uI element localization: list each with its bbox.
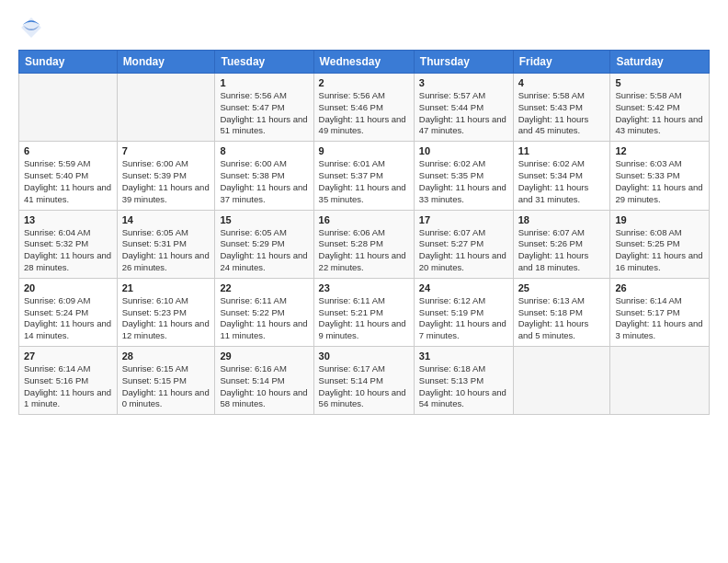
day-number: 27 xyxy=(24,350,112,362)
day-info: Sunrise: 6:13 AM Sunset: 5:18 PM Dayligh… xyxy=(518,295,606,342)
day-cell: 11Sunrise: 6:02 AM Sunset: 5:34 PM Dayli… xyxy=(513,142,610,210)
day-cell: 5Sunrise: 5:58 AM Sunset: 5:42 PM Daylig… xyxy=(610,74,710,142)
day-info: Sunrise: 5:56 AM Sunset: 5:47 PM Dayligh… xyxy=(220,90,308,137)
day-info: Sunrise: 6:14 AM Sunset: 5:16 PM Dayligh… xyxy=(24,363,112,410)
week-row-1: 1Sunrise: 5:56 AM Sunset: 5:47 PM Daylig… xyxy=(19,74,710,142)
day-info: Sunrise: 6:02 AM Sunset: 5:34 PM Dayligh… xyxy=(518,158,606,205)
day-cell: 19Sunrise: 6:08 AM Sunset: 5:25 PM Dayli… xyxy=(610,210,710,278)
day-cell: 14Sunrise: 6:05 AM Sunset: 5:31 PM Dayli… xyxy=(117,210,215,278)
day-info: Sunrise: 6:18 AM Sunset: 5:13 PM Dayligh… xyxy=(419,363,508,410)
day-info: Sunrise: 6:06 AM Sunset: 5:28 PM Dayligh… xyxy=(319,227,409,274)
day-info: Sunrise: 5:57 AM Sunset: 5:44 PM Dayligh… xyxy=(419,90,508,137)
day-cell: 22Sunrise: 6:11 AM Sunset: 5:22 PM Dayli… xyxy=(215,278,313,346)
day-number: 24 xyxy=(419,282,508,293)
week-row-2: 6Sunrise: 5:59 AM Sunset: 5:40 PM Daylig… xyxy=(19,142,710,210)
day-number: 23 xyxy=(319,282,409,293)
day-cell: 18Sunrise: 6:07 AM Sunset: 5:26 PM Dayli… xyxy=(513,210,610,278)
day-cell: 13Sunrise: 6:04 AM Sunset: 5:32 PM Dayli… xyxy=(19,210,118,278)
day-number: 15 xyxy=(220,214,308,225)
weekday-header-wednesday: Wednesday xyxy=(313,51,414,74)
day-cell: 26Sunrise: 6:14 AM Sunset: 5:17 PM Dayli… xyxy=(610,278,710,346)
day-number: 22 xyxy=(220,282,308,293)
day-info: Sunrise: 6:12 AM Sunset: 5:19 PM Dayligh… xyxy=(419,295,508,342)
logo xyxy=(18,15,48,40)
day-info: Sunrise: 6:00 AM Sunset: 5:38 PM Dayligh… xyxy=(220,158,308,205)
day-cell: 12Sunrise: 6:03 AM Sunset: 5:33 PM Dayli… xyxy=(610,142,710,210)
day-number: 30 xyxy=(319,350,409,362)
day-number: 7 xyxy=(122,145,210,156)
weekday-header-sunday: Sunday xyxy=(19,51,118,74)
day-number: 28 xyxy=(122,350,210,362)
week-row-5: 27Sunrise: 6:14 AM Sunset: 5:16 PM Dayli… xyxy=(19,347,710,415)
logo-icon xyxy=(18,15,44,40)
day-cell xyxy=(610,347,710,415)
header xyxy=(18,15,710,40)
day-cell: 29Sunrise: 6:16 AM Sunset: 5:14 PM Dayli… xyxy=(215,347,313,415)
day-cell: 6Sunrise: 5:59 AM Sunset: 5:40 PM Daylig… xyxy=(19,142,118,210)
day-cell: 8Sunrise: 6:00 AM Sunset: 5:38 PM Daylig… xyxy=(215,142,313,210)
day-number: 29 xyxy=(220,350,308,362)
weekday-header-row: SundayMondayTuesdayWednesdayThursdayFrid… xyxy=(19,51,710,74)
weekday-header-tuesday: Tuesday xyxy=(215,51,313,74)
day-number: 26 xyxy=(615,282,704,293)
day-cell xyxy=(19,74,118,142)
day-cell: 27Sunrise: 6:14 AM Sunset: 5:16 PM Dayli… xyxy=(19,347,118,415)
day-number: 19 xyxy=(615,214,704,225)
day-cell: 1Sunrise: 5:56 AM Sunset: 5:47 PM Daylig… xyxy=(215,74,313,142)
day-number: 8 xyxy=(220,145,308,156)
day-info: Sunrise: 6:00 AM Sunset: 5:39 PM Dayligh… xyxy=(122,158,210,205)
day-number: 4 xyxy=(518,77,606,88)
day-info: Sunrise: 6:16 AM Sunset: 5:14 PM Dayligh… xyxy=(220,363,308,410)
day-cell: 23Sunrise: 6:11 AM Sunset: 5:21 PM Dayli… xyxy=(313,278,414,346)
day-number: 6 xyxy=(24,145,112,156)
day-number: 18 xyxy=(518,214,606,225)
day-number: 25 xyxy=(518,282,606,293)
day-cell: 20Sunrise: 6:09 AM Sunset: 5:24 PM Dayli… xyxy=(19,278,118,346)
day-cell: 3Sunrise: 5:57 AM Sunset: 5:44 PM Daylig… xyxy=(414,74,513,142)
day-info: Sunrise: 5:56 AM Sunset: 5:46 PM Dayligh… xyxy=(319,90,409,137)
day-number: 13 xyxy=(24,214,112,225)
day-info: Sunrise: 6:11 AM Sunset: 5:22 PM Dayligh… xyxy=(220,295,308,342)
weekday-header-monday: Monday xyxy=(117,51,215,74)
weekday-header-friday: Friday xyxy=(513,51,610,74)
weekday-header-thursday: Thursday xyxy=(414,51,513,74)
day-number: 16 xyxy=(319,214,409,225)
day-number: 3 xyxy=(419,77,508,88)
day-cell: 16Sunrise: 6:06 AM Sunset: 5:28 PM Dayli… xyxy=(313,210,414,278)
day-info: Sunrise: 6:01 AM Sunset: 5:37 PM Dayligh… xyxy=(319,158,409,205)
day-number: 14 xyxy=(122,214,210,225)
day-info: Sunrise: 6:04 AM Sunset: 5:32 PM Dayligh… xyxy=(24,227,112,274)
day-info: Sunrise: 5:58 AM Sunset: 5:42 PM Dayligh… xyxy=(615,90,704,137)
day-number: 10 xyxy=(419,145,508,156)
day-cell: 2Sunrise: 5:56 AM Sunset: 5:46 PM Daylig… xyxy=(313,74,414,142)
day-info: Sunrise: 5:58 AM Sunset: 5:43 PM Dayligh… xyxy=(518,90,606,137)
day-cell: 24Sunrise: 6:12 AM Sunset: 5:19 PM Dayli… xyxy=(414,278,513,346)
day-cell: 17Sunrise: 6:07 AM Sunset: 5:27 PM Dayli… xyxy=(414,210,513,278)
day-number: 17 xyxy=(419,214,508,225)
day-info: Sunrise: 6:11 AM Sunset: 5:21 PM Dayligh… xyxy=(319,295,409,342)
day-info: Sunrise: 6:10 AM Sunset: 5:23 PM Dayligh… xyxy=(122,295,210,342)
day-number: 2 xyxy=(319,77,409,88)
day-number: 9 xyxy=(319,145,409,156)
calendar: SundayMondayTuesdayWednesdayThursdayFrid… xyxy=(18,50,710,415)
day-info: Sunrise: 6:07 AM Sunset: 5:26 PM Dayligh… xyxy=(518,227,606,274)
day-info: Sunrise: 6:14 AM Sunset: 5:17 PM Dayligh… xyxy=(615,295,704,342)
day-info: Sunrise: 6:02 AM Sunset: 5:35 PM Dayligh… xyxy=(419,158,508,205)
day-info: Sunrise: 6:09 AM Sunset: 5:24 PM Dayligh… xyxy=(24,295,112,342)
day-cell: 7Sunrise: 6:00 AM Sunset: 5:39 PM Daylig… xyxy=(117,142,215,210)
day-cell: 15Sunrise: 6:05 AM Sunset: 5:29 PM Dayli… xyxy=(215,210,313,278)
day-number: 5 xyxy=(615,77,704,88)
day-cell: 10Sunrise: 6:02 AM Sunset: 5:35 PM Dayli… xyxy=(414,142,513,210)
day-cell: 25Sunrise: 6:13 AM Sunset: 5:18 PM Dayli… xyxy=(513,278,610,346)
day-number: 20 xyxy=(24,282,112,293)
day-number: 12 xyxy=(615,145,704,156)
day-info: Sunrise: 6:05 AM Sunset: 5:31 PM Dayligh… xyxy=(122,227,210,274)
day-number: 11 xyxy=(518,145,606,156)
day-cell: 31Sunrise: 6:18 AM Sunset: 5:13 PM Dayli… xyxy=(414,347,513,415)
day-info: Sunrise: 6:08 AM Sunset: 5:25 PM Dayligh… xyxy=(615,227,704,274)
day-number: 31 xyxy=(419,350,508,362)
day-cell xyxy=(513,347,610,415)
day-info: Sunrise: 6:15 AM Sunset: 5:15 PM Dayligh… xyxy=(122,363,210,410)
day-number: 1 xyxy=(220,77,308,88)
day-info: Sunrise: 5:59 AM Sunset: 5:40 PM Dayligh… xyxy=(24,158,112,205)
